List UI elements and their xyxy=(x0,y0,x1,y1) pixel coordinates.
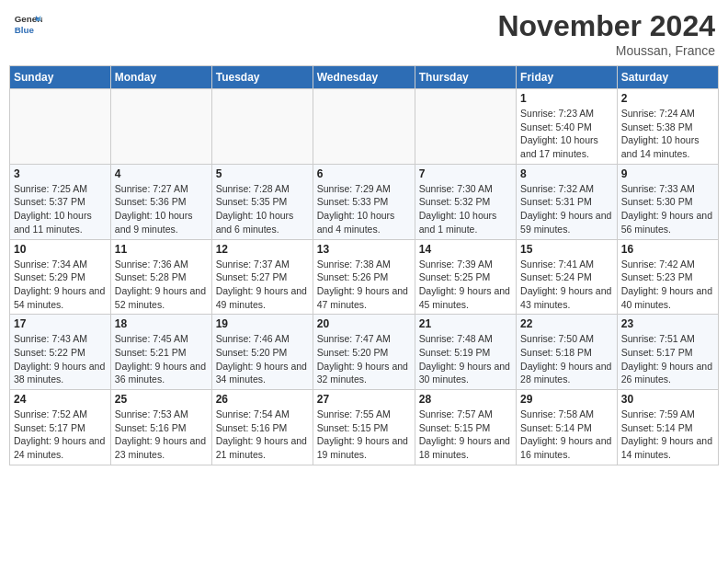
day-info: Sunrise: 7:30 AM Sunset: 5:32 PM Dayligh… xyxy=(419,182,512,236)
day-number: 19 xyxy=(216,317,309,330)
day-number: 7 xyxy=(419,167,512,180)
day-number: 12 xyxy=(216,243,309,256)
weekday-header-sunday: Sunday xyxy=(10,66,111,89)
calendar-cell: 13Sunrise: 7:38 AM Sunset: 5:26 PM Dayli… xyxy=(313,239,415,315)
weekday-header-tuesday: Tuesday xyxy=(211,66,313,89)
day-number: 24 xyxy=(14,393,107,406)
logo-icon: General Blue xyxy=(13,9,42,39)
day-info: Sunrise: 7:32 AM Sunset: 5:31 PM Dayligh… xyxy=(520,182,613,236)
calendar-cell: 29Sunrise: 7:58 AM Sunset: 5:14 PM Dayli… xyxy=(517,390,618,465)
day-info: Sunrise: 7:27 AM Sunset: 5:36 PM Dayligh… xyxy=(115,182,208,236)
calendar-cell: 20Sunrise: 7:47 AM Sunset: 5:20 PM Dayli… xyxy=(313,315,415,390)
calendar-table: SundayMondayTuesdayWednesdayThursdayFrid… xyxy=(9,65,719,465)
day-info: Sunrise: 7:28 AM Sunset: 5:35 PM Dayligh… xyxy=(216,182,309,236)
day-info: Sunrise: 7:36 AM Sunset: 5:28 PM Dayligh… xyxy=(115,258,208,312)
calendar-cell: 5Sunrise: 7:28 AM Sunset: 5:35 PM Daylig… xyxy=(211,164,313,239)
day-number: 27 xyxy=(317,393,411,406)
day-info: Sunrise: 7:23 AM Sunset: 5:40 PM Dayligh… xyxy=(520,107,613,161)
day-number: 8 xyxy=(520,167,613,180)
calendar-cell: 27Sunrise: 7:55 AM Sunset: 5:15 PM Dayli… xyxy=(313,390,415,465)
day-number: 22 xyxy=(520,317,613,330)
day-number: 29 xyxy=(520,393,613,406)
calendar-cell: 24Sunrise: 7:52 AM Sunset: 5:17 PM Dayli… xyxy=(10,390,111,465)
weekday-header-thursday: Thursday xyxy=(415,66,516,89)
calendar-cell: 28Sunrise: 7:57 AM Sunset: 5:15 PM Dayli… xyxy=(415,390,516,465)
day-info: Sunrise: 7:58 AM Sunset: 5:14 PM Dayligh… xyxy=(520,408,613,462)
calendar-cell: 2Sunrise: 7:24 AM Sunset: 5:38 PM Daylig… xyxy=(617,89,718,165)
calendar-week-row: 3Sunrise: 7:25 AM Sunset: 5:37 PM Daylig… xyxy=(10,164,719,239)
day-info: Sunrise: 7:53 AM Sunset: 5:16 PM Dayligh… xyxy=(115,408,208,462)
day-info: Sunrise: 7:24 AM Sunset: 5:38 PM Dayligh… xyxy=(621,107,714,161)
day-info: Sunrise: 7:59 AM Sunset: 5:14 PM Dayligh… xyxy=(621,408,714,462)
day-number: 2 xyxy=(621,92,714,105)
day-info: Sunrise: 7:47 AM Sunset: 5:20 PM Dayligh… xyxy=(317,332,411,386)
title-section: November 2024 Moussan, France xyxy=(497,9,715,58)
day-info: Sunrise: 7:51 AM Sunset: 5:17 PM Dayligh… xyxy=(621,332,714,386)
calendar-cell xyxy=(110,89,211,165)
day-number: 17 xyxy=(14,317,107,330)
calendar-cell: 16Sunrise: 7:42 AM Sunset: 5:23 PM Dayli… xyxy=(617,239,718,315)
calendar-week-row: 1Sunrise: 7:23 AM Sunset: 5:40 PM Daylig… xyxy=(10,89,719,165)
calendar-cell: 21Sunrise: 7:48 AM Sunset: 5:19 PM Dayli… xyxy=(415,315,516,390)
month-title: November 2024 xyxy=(497,9,715,43)
day-number: 28 xyxy=(419,393,512,406)
calendar-cell xyxy=(211,89,313,165)
calendar-cell: 8Sunrise: 7:32 AM Sunset: 5:31 PM Daylig… xyxy=(517,164,618,239)
day-info: Sunrise: 7:57 AM Sunset: 5:15 PM Dayligh… xyxy=(419,408,512,462)
day-info: Sunrise: 7:50 AM Sunset: 5:18 PM Dayligh… xyxy=(520,332,613,386)
day-info: Sunrise: 7:46 AM Sunset: 5:20 PM Dayligh… xyxy=(216,332,309,386)
day-info: Sunrise: 7:29 AM Sunset: 5:33 PM Dayligh… xyxy=(317,182,411,236)
calendar-cell: 26Sunrise: 7:54 AM Sunset: 5:16 PM Dayli… xyxy=(211,390,313,465)
day-info: Sunrise: 7:43 AM Sunset: 5:22 PM Dayligh… xyxy=(14,332,107,386)
day-number: 3 xyxy=(14,167,107,180)
calendar-cell: 3Sunrise: 7:25 AM Sunset: 5:37 PM Daylig… xyxy=(10,164,111,239)
calendar-cell: 6Sunrise: 7:29 AM Sunset: 5:33 PM Daylig… xyxy=(313,164,415,239)
calendar-cell: 11Sunrise: 7:36 AM Sunset: 5:28 PM Dayli… xyxy=(110,239,211,315)
day-number: 4 xyxy=(115,167,208,180)
calendar-cell: 9Sunrise: 7:33 AM Sunset: 5:30 PM Daylig… xyxy=(617,164,718,239)
day-number: 18 xyxy=(115,317,208,330)
day-info: Sunrise: 7:37 AM Sunset: 5:27 PM Dayligh… xyxy=(216,258,309,312)
calendar-cell: 7Sunrise: 7:30 AM Sunset: 5:32 PM Daylig… xyxy=(415,164,516,239)
day-number: 21 xyxy=(419,317,512,330)
day-info: Sunrise: 7:45 AM Sunset: 5:21 PM Dayligh… xyxy=(115,332,208,386)
day-number: 26 xyxy=(216,393,309,406)
day-number: 23 xyxy=(621,317,714,330)
calendar-cell: 18Sunrise: 7:45 AM Sunset: 5:21 PM Dayli… xyxy=(110,315,211,390)
day-number: 1 xyxy=(520,92,613,105)
day-number: 9 xyxy=(621,167,714,180)
calendar-cell: 1Sunrise: 7:23 AM Sunset: 5:40 PM Daylig… xyxy=(517,89,618,165)
day-number: 14 xyxy=(419,243,512,256)
calendar-cell xyxy=(10,89,111,165)
svg-text:Blue: Blue xyxy=(15,25,35,35)
day-number: 6 xyxy=(317,167,411,180)
day-info: Sunrise: 7:33 AM Sunset: 5:30 PM Dayligh… xyxy=(621,182,714,236)
day-info: Sunrise: 7:42 AM Sunset: 5:23 PM Dayligh… xyxy=(621,258,714,312)
calendar-cell: 14Sunrise: 7:39 AM Sunset: 5:25 PM Dayli… xyxy=(415,239,516,315)
day-info: Sunrise: 7:48 AM Sunset: 5:19 PM Dayligh… xyxy=(419,332,512,386)
calendar-cell: 25Sunrise: 7:53 AM Sunset: 5:16 PM Dayli… xyxy=(110,390,211,465)
day-info: Sunrise: 7:34 AM Sunset: 5:29 PM Dayligh… xyxy=(14,258,107,312)
calendar-cell xyxy=(313,89,415,165)
calendar-cell: 23Sunrise: 7:51 AM Sunset: 5:17 PM Dayli… xyxy=(617,315,718,390)
location: Moussan, France xyxy=(497,43,715,58)
day-number: 5 xyxy=(216,167,309,180)
calendar-cell: 17Sunrise: 7:43 AM Sunset: 5:22 PM Dayli… xyxy=(10,315,111,390)
day-number: 25 xyxy=(115,393,208,406)
calendar-cell xyxy=(415,89,516,165)
calendar-cell: 19Sunrise: 7:46 AM Sunset: 5:20 PM Dayli… xyxy=(211,315,313,390)
calendar-week-row: 24Sunrise: 7:52 AM Sunset: 5:17 PM Dayli… xyxy=(10,390,719,465)
calendar-cell: 12Sunrise: 7:37 AM Sunset: 5:27 PM Dayli… xyxy=(211,239,313,315)
logo: General Blue xyxy=(13,9,42,39)
day-number: 15 xyxy=(520,243,613,256)
calendar-cell: 15Sunrise: 7:41 AM Sunset: 5:24 PM Dayli… xyxy=(517,239,618,315)
calendar-cell: 22Sunrise: 7:50 AM Sunset: 5:18 PM Dayli… xyxy=(517,315,618,390)
calendar-week-row: 10Sunrise: 7:34 AM Sunset: 5:29 PM Dayli… xyxy=(10,239,719,315)
calendar-week-row: 17Sunrise: 7:43 AM Sunset: 5:22 PM Dayli… xyxy=(10,315,719,390)
calendar-cell: 4Sunrise: 7:27 AM Sunset: 5:36 PM Daylig… xyxy=(110,164,211,239)
day-number: 13 xyxy=(317,243,411,256)
weekday-header-wednesday: Wednesday xyxy=(313,66,415,89)
day-info: Sunrise: 7:38 AM Sunset: 5:26 PM Dayligh… xyxy=(317,258,411,312)
calendar-cell: 10Sunrise: 7:34 AM Sunset: 5:29 PM Dayli… xyxy=(10,239,111,315)
day-info: Sunrise: 7:25 AM Sunset: 5:37 PM Dayligh… xyxy=(14,182,107,236)
